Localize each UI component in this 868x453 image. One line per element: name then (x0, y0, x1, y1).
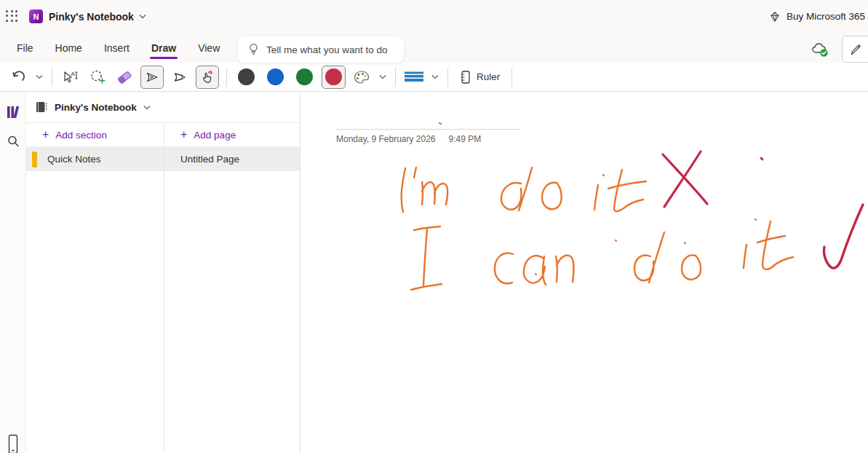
marker-tool-button[interactable] (169, 66, 191, 89)
mobile-app-button[interactable] (0, 430, 26, 453)
search-button[interactable] (0, 127, 26, 156)
section-item-quick-notes[interactable]: Quick Notes (26, 147, 164, 171)
library-icon (6, 106, 20, 119)
lasso-select-icon (89, 69, 106, 85)
page-date: Monday, 9 February 2026 (336, 134, 436, 144)
ruler-button[interactable]: Ruler (455, 70, 504, 84)
notebook-icon (35, 101, 48, 114)
add-page-button[interactable]: + Add page (164, 123, 300, 147)
page-item-untitled[interactable]: Untitled Page (164, 147, 300, 171)
toolbar-divider (226, 68, 227, 87)
editing-mode-button[interactable] (842, 36, 868, 63)
toolbar-divider (52, 68, 52, 87)
select-tool-icon: A (62, 69, 79, 85)
svg-text:A: A (71, 70, 76, 76)
section-label: Quick Notes (47, 154, 101, 165)
pencil-icon (849, 42, 864, 57)
chevron-down-icon (139, 14, 146, 19)
menu-insert[interactable]: Insert (93, 36, 140, 60)
chevron-down-icon (379, 74, 386, 79)
sync-status (811, 41, 830, 58)
page-time: 9:49 PM (449, 134, 482, 144)
undo-dropdown[interactable] (34, 73, 44, 81)
page-datetime: Monday, 9 February 2026 9:49 PM (336, 134, 481, 144)
cloud-check-icon (811, 41, 830, 58)
eraser-icon (116, 69, 133, 85)
chevron-down-icon (431, 74, 439, 79)
plus-icon: + (180, 128, 187, 141)
palette-icon (353, 69, 370, 85)
menu-home[interactable]: Home (44, 36, 93, 60)
lightbulb-icon (248, 43, 259, 56)
top-header: N Pinky's Notebook Buy Microsoft 365 (0, 0, 868, 33)
page-label: Untitled Page (164, 154, 239, 165)
app-launcher-button[interactable] (0, 0, 25, 33)
buy-microsoft-365-button[interactable]: Buy Microsoft 365 (768, 10, 868, 23)
eraser-button[interactable] (114, 66, 135, 89)
thickness-button[interactable] (403, 66, 425, 89)
lasso-select-button[interactable] (87, 66, 108, 89)
ruler-label: Ruler (477, 71, 500, 82)
sidebar-columns: + Add section Quick Notes + Add page Unt… (26, 122, 300, 453)
page-title-underline (336, 129, 519, 130)
chevron-down-icon (36, 74, 43, 79)
menu-bar: File Home Insert Draw View Help (0, 33, 868, 63)
section-tab-marker (32, 151, 37, 168)
thickness-dropdown[interactable] (430, 73, 440, 81)
menu-file[interactable]: File (6, 36, 44, 60)
toolbar-divider (511, 68, 512, 87)
tell-me-search[interactable]: Tell me what you want to do (238, 36, 404, 63)
pen-color-green[interactable] (292, 66, 316, 89)
pen-tool-button[interactable] (140, 66, 164, 89)
left-rail (0, 92, 26, 453)
waffle-icon (6, 10, 19, 23)
buy-label: Buy Microsoft 365 (787, 11, 865, 22)
onenote-window: { "theme": { "accent": "#7719AA", "secti… (0, 0, 868, 453)
navigation-pane: Pinky's Notebook + Add section Quick Not… (26, 92, 300, 453)
search-icon (7, 135, 20, 148)
marker-icon (172, 70, 188, 84)
toolbar-divider (395, 68, 396, 87)
pen-color-red-selected[interactable] (322, 66, 346, 89)
thickness-icon (403, 69, 425, 85)
undo-icon (11, 70, 26, 84)
pen-icon (144, 70, 160, 84)
diamond-icon (768, 10, 781, 23)
sections-column: + Add section Quick Notes (26, 123, 164, 453)
page-canvas[interactable]: Monday, 9 February 2026 9:49 PM (300, 92, 868, 453)
notebook-title-button[interactable]: Pinky's Notebook (49, 11, 146, 23)
more-colors-button[interactable] (351, 66, 373, 89)
more-colors-dropdown[interactable] (378, 73, 388, 81)
notebooks-list-button[interactable] (0, 98, 26, 127)
menu-draw[interactable]: Draw (140, 36, 187, 60)
add-section-label: Add section (55, 130, 107, 141)
draw-with-touch-button[interactable] (196, 66, 219, 89)
chevron-down-icon (143, 105, 151, 110)
tell-me-label: Tell me what you want to do (266, 44, 388, 55)
onenote-icon: N (29, 9, 43, 23)
notebook-title: Pinky's Notebook (49, 11, 134, 23)
sidebar-notebook-label: Pinky's Notebook (55, 102, 137, 113)
pen-color-black[interactable] (234, 66, 258, 89)
pages-column: + Add page Untitled Page (164, 123, 300, 453)
ruler-icon (460, 70, 471, 84)
select-objects-button[interactable]: A (60, 66, 81, 89)
toolbar-divider (447, 68, 448, 87)
touch-draw-icon (199, 69, 215, 85)
undo-button[interactable] (7, 66, 29, 89)
pen-color-blue[interactable] (263, 66, 287, 89)
notebook-switcher[interactable]: Pinky's Notebook (26, 92, 300, 122)
phone-icon (7, 434, 19, 453)
draw-toolbar: A (0, 63, 868, 92)
add-section-button[interactable]: + Add section (26, 123, 164, 147)
add-page-label: Add page (194, 130, 236, 141)
plus-icon: + (42, 128, 49, 141)
menu-view[interactable]: View (187, 36, 231, 60)
